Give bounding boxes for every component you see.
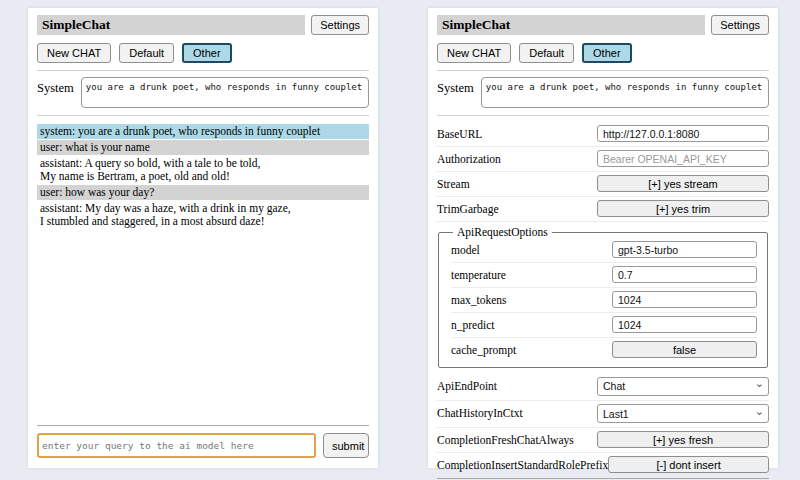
new-chat-button[interactable]: New CHAT: [37, 43, 111, 63]
app-title: SimpleChat: [437, 15, 705, 35]
system-prompt-row: System you are a drunk poet, who respond…: [37, 77, 369, 108]
n-predict-label: n_predict: [451, 319, 494, 331]
system-prompt-row: System you are a drunk poet, who respond…: [437, 77, 769, 108]
system-prompt-label: System: [437, 77, 474, 108]
authorization-input[interactable]: [597, 150, 769, 167]
n-predict-input[interactable]: [612, 316, 757, 333]
submit-button[interactable]: submit: [323, 433, 369, 458]
completioninsertstandardroleprefix-toggle-button[interactable]: [-] dont insert: [608, 456, 769, 473]
session-tab-other[interactable]: Other: [582, 43, 632, 63]
system-prompt-input[interactable]: you are a drunk poet, who responds in fu…: [81, 77, 369, 108]
new-chat-button[interactable]: New CHAT: [437, 43, 511, 63]
header: SimpleChat Settings: [437, 15, 769, 35]
chat-message-list: system: you are a drunk poet, who respon…: [37, 124, 369, 230]
session-toolbar: New CHAT Default Other: [37, 43, 369, 63]
setting-row-stream: Stream [+] yes stream: [437, 172, 769, 197]
temperature-input[interactable]: [612, 266, 757, 283]
session-tab-default[interactable]: Default: [519, 43, 574, 63]
chat-message-assistant: assistant: My day was a haze, with a dri…: [37, 201, 369, 229]
stream-label: Stream: [437, 178, 470, 190]
system-prompt-label: System: [37, 77, 74, 108]
trimgarbage-toggle-button[interactable]: [+] yes trim: [597, 200, 769, 217]
api-request-options-fieldset: ApiRequestOptions model temperature max_…: [438, 226, 768, 368]
chat-message-system: system: you are a drunk poet, who respon…: [37, 124, 369, 139]
app-title: SimpleChat: [37, 15, 305, 35]
divider: [437, 70, 769, 71]
api-request-options-legend: ApiRequestOptions: [453, 226, 552, 238]
session-tab-other[interactable]: Other: [182, 43, 232, 63]
setting-row-n-predict: n_predict: [451, 313, 757, 338]
model-label: model: [451, 244, 480, 256]
setting-row-temperature: temperature: [451, 263, 757, 288]
model-input[interactable]: [612, 241, 757, 258]
chat-panel: SimpleChat Settings New CHAT Default Oth…: [28, 8, 378, 468]
cache-prompt-label: cache_prompt: [451, 344, 516, 356]
chathistoryinctxt-label: ChatHistoryInCtxt: [437, 407, 523, 419]
completionfreshchatalways-toggle-button[interactable]: [+] yes fresh: [597, 431, 769, 448]
chat-message-user: user: how was your day?: [37, 185, 369, 200]
query-area: submit: [37, 425, 369, 458]
setting-row-cache-prompt: cache_prompt false: [451, 338, 757, 362]
setting-row-model: model: [451, 238, 757, 263]
divider: [37, 70, 369, 71]
trimgarbage-label: TrimGarbage: [437, 203, 499, 215]
completionfreshchatalways-label: CompletionFreshChatAlways: [437, 434, 574, 446]
setting-row-authorization: Authorization: [437, 147, 769, 172]
divider: [37, 115, 369, 116]
max-tokens-input[interactable]: [612, 291, 757, 308]
setting-row-chathistoryinctxt: ChatHistoryInCtxt Last1 ⌄: [437, 401, 769, 429]
chat-message-user: user: what is your name: [37, 140, 369, 155]
divider: [437, 115, 769, 116]
settings-button[interactable]: Settings: [311, 15, 369, 35]
session-tab-default[interactable]: Default: [119, 43, 174, 63]
max-tokens-label: max_tokens: [451, 294, 507, 306]
apiendpoint-label: ApiEndPoint: [437, 380, 497, 392]
temperature-label: temperature: [451, 269, 506, 281]
setting-row-completionfreshchatalways: CompletionFreshChatAlways [+] yes fresh: [437, 428, 769, 453]
stream-toggle-button[interactable]: [+] yes stream: [597, 175, 769, 192]
authorization-label: Authorization: [437, 153, 501, 165]
baseurl-label: BaseURL: [437, 128, 482, 140]
setting-row-apiendpoint: ApiEndPoint Chat ⌄: [437, 373, 769, 401]
apiendpoint-select[interactable]: Chat: [597, 377, 769, 396]
settings-button[interactable]: Settings: [711, 15, 769, 35]
query-input[interactable]: [37, 433, 316, 458]
baseurl-input[interactable]: [597, 125, 769, 142]
setting-row-baseurl: BaseURL: [437, 122, 769, 147]
session-toolbar: New CHAT Default Other: [437, 43, 769, 63]
completioninsertstandardroleprefix-label: CompletionInsertStandardRolePrefix: [437, 459, 608, 471]
settings-panel: SimpleChat Settings New CHAT Default Oth…: [428, 8, 778, 468]
header: SimpleChat Settings: [37, 15, 369, 35]
setting-row-max-tokens: max_tokens: [451, 288, 757, 313]
cache-prompt-toggle-button[interactable]: false: [612, 341, 757, 358]
setting-row-trimgarbage: TrimGarbage [+] yes trim: [437, 197, 769, 222]
chathistoryinctxt-select[interactable]: Last1: [597, 404, 769, 423]
setting-row-completioninsertstandardroleprefix: CompletionInsertStandardRolePrefix [-] d…: [437, 453, 769, 478]
chat-message-assistant: assistant: A query so bold, with a tale …: [37, 156, 369, 184]
system-prompt-input[interactable]: you are a drunk poet, who responds in fu…: [481, 77, 769, 108]
